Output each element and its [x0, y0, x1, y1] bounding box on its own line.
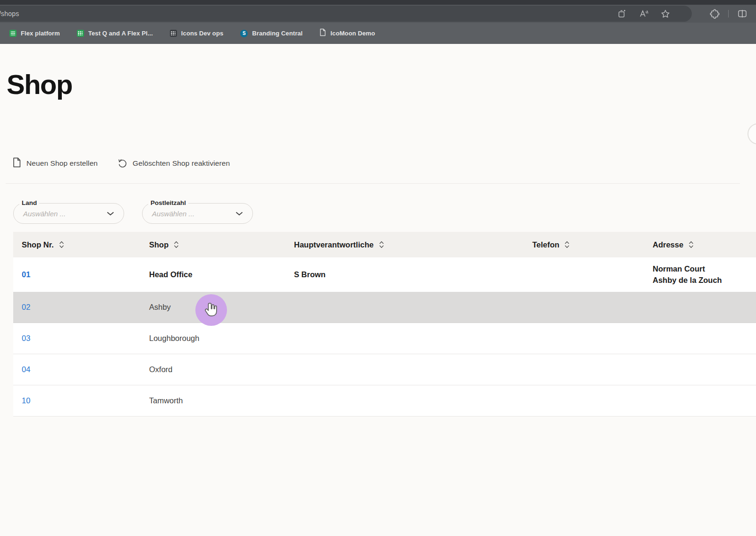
url-text: /shops — [0, 10, 19, 17]
bookmark-branding-central[interactable]: S Branding Central — [240, 30, 302, 37]
action-label: Gelöschten Shop reaktivieren — [133, 159, 230, 168]
bookmark-icons-dev-ops[interactable]: Icons Dev ops — [170, 30, 223, 37]
address-line-1: Norman Court — [653, 263, 756, 274]
shop-nr-cell[interactable]: 10 — [13, 396, 149, 405]
select-placeholder: Auswählen ... — [23, 210, 66, 218]
country-select[interactable]: Land Auswählen ... — [13, 203, 124, 224]
table-header-row: Shop Nr. Shop Hauptverantwortliche Telef… — [13, 232, 756, 257]
undo-icon — [118, 158, 127, 169]
bookmark-label: Flex platform — [21, 30, 60, 37]
sort-icon — [564, 241, 570, 248]
shop-nr-cell[interactable]: 04 — [13, 365, 149, 374]
edge-partial-button[interactable] — [748, 123, 756, 145]
sharepoint-s-icon: S — [240, 30, 248, 37]
toolbar-divider — [728, 10, 729, 17]
shops-page: Shop Neuen Shop erstellen Gelöschten Sho… — [0, 44, 756, 536]
split-screen-icon[interactable] — [737, 9, 748, 18]
extensions-icon[interactable] — [710, 9, 720, 19]
bookmarks-bar: Flex platform Test Q and A Flex Pl... Ic… — [0, 23, 756, 44]
bookmark-label: Test Q and A Flex Pl... — [88, 30, 153, 37]
address-cell: Norman Court Ashby de la Zouch — [653, 263, 756, 286]
filter-bar: Land Auswählen ... Postleitzahl Auswähle… — [13, 203, 253, 224]
table-row-shop-04[interactable]: 04 Oxford — [13, 354, 756, 385]
create-shop-button[interactable]: Neuen Shop erstellen — [12, 157, 98, 169]
sort-icon — [688, 241, 694, 248]
bookmark-label: Branding Central — [252, 30, 302, 37]
table-row-shop-01[interactable]: 01 Head Office S Brown Norman Court Ashb… — [13, 257, 756, 292]
select-placeholder: Auswählen ... — [152, 210, 194, 218]
bookmark-flex-platform[interactable]: Flex platform — [9, 30, 60, 37]
shop-nr-cell[interactable]: 02 — [13, 303, 149, 312]
sort-icon — [59, 241, 65, 248]
shop-name-cell: Loughborough — [149, 334, 294, 343]
column-header-adresse[interactable]: Adresse — [653, 240, 756, 249]
shop-nr-cell[interactable]: 01 — [13, 270, 149, 279]
sort-icon — [173, 241, 179, 248]
shop-name-cell: Oxford — [149, 365, 294, 374]
reactivate-deleted-shop-button[interactable]: Gelöschten Shop reaktivieren — [118, 157, 230, 169]
section-divider — [6, 183, 740, 184]
bookmark-test-q-and-a[interactable]: Test Q and A Flex Pl... — [77, 30, 153, 37]
page-actions: Neuen Shop erstellen Gelöschten Shop rea… — [12, 157, 230, 169]
shop-nr-cell[interactable]: 03 — [13, 334, 149, 343]
bookmark-icomoon-demo[interactable]: IcoMoon Demo — [319, 28, 375, 38]
new-document-icon — [12, 157, 21, 169]
page-title: Shop — [7, 68, 72, 100]
select-label: Land — [19, 199, 39, 206]
chevron-down-icon — [235, 212, 243, 216]
postcode-select[interactable]: Postleitzahl Auswählen ... — [142, 203, 253, 224]
bookmark-label: Icons Dev ops — [181, 30, 223, 37]
chevron-down-icon — [107, 212, 114, 216]
shop-name-cell: Tamworth — [149, 396, 294, 405]
column-header-shop[interactable]: Shop — [149, 240, 294, 249]
green-grid-icon — [9, 30, 17, 37]
column-header-telefon[interactable]: Telefon — [532, 240, 653, 249]
responsible-cell: S Brown — [294, 270, 532, 279]
favorite-star-icon[interactable] — [661, 9, 670, 18]
bookmark-label: IcoMoon Demo — [330, 30, 375, 37]
browser-toolbar: /shops — [0, 5, 756, 23]
window-title-strip — [0, 0, 756, 5]
green-grid-icon — [77, 30, 84, 37]
action-label: Neuen Shop erstellen — [26, 159, 98, 168]
dark-grid-icon — [170, 30, 177, 37]
address-bar[interactable]: /shops — [0, 6, 692, 22]
shops-table: Shop Nr. Shop Hauptverantwortliche Telef… — [13, 232, 756, 417]
read-aloud-icon[interactable] — [639, 9, 648, 18]
address-line-2: Ashby de la Zouch — [653, 274, 756, 286]
select-label: Postleitzahl — [148, 199, 188, 206]
sort-icon — [378, 241, 385, 248]
table-row-shop-03[interactable]: 03 Loughborough — [13, 323, 756, 354]
table-row-shop-10[interactable]: 10 Tamworth — [13, 385, 756, 417]
shop-name-cell: Ashby — [149, 303, 294, 312]
collections-icon[interactable] — [618, 9, 627, 18]
table-row-shop-02[interactable]: 02 Ashby — [13, 292, 756, 323]
column-header-hauptverantwortliche[interactable]: Hauptverantwortliche — [294, 240, 532, 249]
column-header-shop-nr[interactable]: Shop Nr. — [13, 240, 149, 249]
shop-name-cell: Head Office — [149, 270, 294, 279]
document-icon — [319, 28, 326, 38]
